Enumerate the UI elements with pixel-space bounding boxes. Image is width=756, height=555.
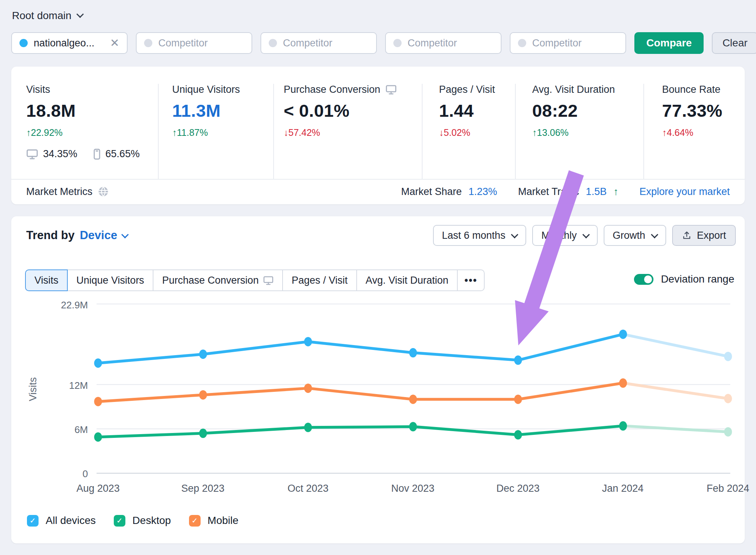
metric-change: ↑4.64% <box>662 127 745 138</box>
more-tabs-button[interactable]: ••• <box>457 269 485 291</box>
desktop-icon <box>385 85 397 95</box>
metric-change: ↑11.87% <box>172 127 273 138</box>
clear-button[interactable]: Clear <box>712 32 756 54</box>
market-share: Market Share 1.23% <box>401 186 497 198</box>
trend-up-icon: ↑ <box>613 186 619 198</box>
trend-card: Trend by Device Last 6 months Monthly Gr… <box>11 216 745 543</box>
metric-label: Unique Visitors <box>172 84 273 95</box>
chevron-down-icon <box>121 231 129 238</box>
metric-change: ↑22.92% <box>26 127 158 138</box>
checkbox-checked-icon[interactable]: ✓ <box>27 515 39 527</box>
remove-domain-icon[interactable]: ✕ <box>110 37 119 49</box>
mode-dropdown[interactable]: Growth <box>604 225 666 246</box>
granularity-dropdown[interactable]: Monthly <box>532 225 598 246</box>
device-split: 34.35% 65.65% <box>26 148 158 160</box>
y-tick: 22.9M <box>41 299 88 311</box>
x-tick: Feb 2024 <box>696 483 756 494</box>
competitor-input-2[interactable]: Competitor <box>260 32 377 54</box>
market-traffic-label: Market Traffic <box>518 186 579 198</box>
legend-mobile[interactable]: ✓ Mobile <box>189 515 238 527</box>
metric-change: ↓57.42% <box>284 127 422 138</box>
checkbox-checked-icon[interactable]: ✓ <box>189 515 201 527</box>
trend-dimension[interactable]: Device <box>80 229 117 242</box>
metric-label: Visits <box>26 84 158 95</box>
legend-label: Mobile <box>208 515 238 527</box>
competitor-placeholder: Competitor <box>158 37 208 49</box>
metric-pages-per-visit: Pages / Visit 1.44 ↓5.02% <box>422 84 515 179</box>
metric-value: 18.8M <box>26 100 158 121</box>
competitor-placeholder: Competitor <box>283 37 332 49</box>
desktop-share: 34.35% <box>43 148 77 160</box>
competitor-dot-icon <box>393 39 402 47</box>
metric-label: Avg. Visit Duration <box>532 84 643 95</box>
date-range-dropdown[interactable]: Last 6 months <box>433 225 527 246</box>
tab-unique-visitors[interactable]: Unique Visitors <box>67 269 153 291</box>
y-tick: 6M <box>41 424 88 436</box>
legend-all-devices[interactable]: ✓ All devices <box>27 515 96 527</box>
metrics-row: Visits 18.8M ↑22.92% 34.35% 65.65% Uniqu… <box>11 67 745 179</box>
explore-market-link[interactable]: Explore your market <box>639 186 730 198</box>
deviation-range-label: Deviation range <box>661 273 734 285</box>
market-traffic-value[interactable]: 1.5B <box>586 186 607 198</box>
tab-visits[interactable]: Visits <box>25 269 68 291</box>
tab-avg-visit-duration[interactable]: Avg. Visit Duration <box>356 269 458 291</box>
desktop-icon <box>263 276 274 285</box>
chevron-down-icon <box>511 231 518 238</box>
metric-visits: Visits 18.8M ↑22.92% 34.35% 65.65% <box>11 84 158 179</box>
globe-icon <box>98 186 109 197</box>
tab-pages-per-visit[interactable]: Pages / Visit <box>282 269 357 291</box>
metric-label: Pages / Visit <box>439 84 515 95</box>
chevron-down-icon <box>582 231 590 238</box>
market-metrics-values: Market Share 1.23% Market Traffic 1.5B ↑… <box>401 186 730 198</box>
competitor-dot-icon <box>144 39 152 47</box>
metric-value-unique-visitors: 11.3M <box>172 100 273 121</box>
tab-purchase-conversion[interactable]: Purchase Conversion <box>153 269 283 291</box>
metric-bounce-rate: Bounce Rate 77.33% ↑4.64% <box>643 84 745 179</box>
competitor-dot-icon <box>269 39 277 47</box>
legend-desktop[interactable]: ✓ Desktop <box>114 515 171 527</box>
chevron-down-icon <box>651 231 658 238</box>
x-tick: Aug 2023 <box>66 483 130 494</box>
competitor-placeholder: Competitor <box>532 37 582 49</box>
export-icon <box>682 231 692 240</box>
y-tick: 12M <box>41 380 88 391</box>
metric-tabs: Visits Unique Visitors Purchase Conversi… <box>25 269 485 291</box>
checkbox-checked-icon[interactable]: ✓ <box>114 515 125 527</box>
mobile-icon <box>93 149 101 160</box>
trend-title-prefix: Trend by <box>26 229 74 242</box>
x-tick: Jan 2024 <box>591 483 655 494</box>
chevron-down-icon <box>76 10 84 18</box>
x-tick: Oct 2023 <box>276 483 340 494</box>
scope-label: Root domain <box>12 10 71 22</box>
metric-change: ↑13.06% <box>532 127 643 138</box>
x-tick: Sep 2023 <box>171 483 235 494</box>
competitor-input-1[interactable]: Competitor <box>136 32 252 54</box>
metric-unique-visitors: Unique Visitors 11.3M ↑11.87% <box>158 84 273 179</box>
market-metrics-title: Market Metrics <box>26 186 109 198</box>
y-tick: 0 <box>41 468 88 480</box>
metric-label: Purchase Conversion <box>284 84 422 95</box>
metric-change: ↓5.02% <box>439 127 515 138</box>
competitor-input-3[interactable]: Competitor <box>385 32 502 54</box>
metric-value: 1.44 <box>439 100 515 121</box>
trend-chart[interactable] <box>11 291 745 493</box>
market-metrics-row: Market Metrics Market Share 1.23% Market… <box>11 179 745 204</box>
market-share-value[interactable]: 1.23% <box>469 186 497 198</box>
trend-by-device-selector[interactable]: Trend by Device <box>26 229 128 242</box>
metric-value: < 0.01% <box>284 100 422 121</box>
deviation-range-toggle[interactable] <box>634 274 653 285</box>
competitor-input-4[interactable]: Competitor <box>510 32 626 54</box>
filter-bar: nationalgeo... ✕ Competitor Competitor C… <box>11 32 756 54</box>
metric-value: 77.33% <box>662 100 745 121</box>
x-tick: Dec 2023 <box>486 483 550 494</box>
domain-dot-icon <box>19 39 28 47</box>
mobile-share: 65.65% <box>106 148 140 160</box>
export-button[interactable]: Export <box>672 225 736 246</box>
domain-chip[interactable]: nationalgeo... ✕ <box>11 32 128 54</box>
legend-label: Desktop <box>132 515 171 527</box>
scope-selector[interactable]: Root domain <box>12 10 83 22</box>
legend-label: All devices <box>46 515 96 527</box>
metric-purchase-conversion: Purchase Conversion < 0.01% ↓57.42% <box>273 84 422 179</box>
compare-button[interactable]: Compare <box>634 32 704 54</box>
y-axis-title: Visits <box>27 363 39 415</box>
